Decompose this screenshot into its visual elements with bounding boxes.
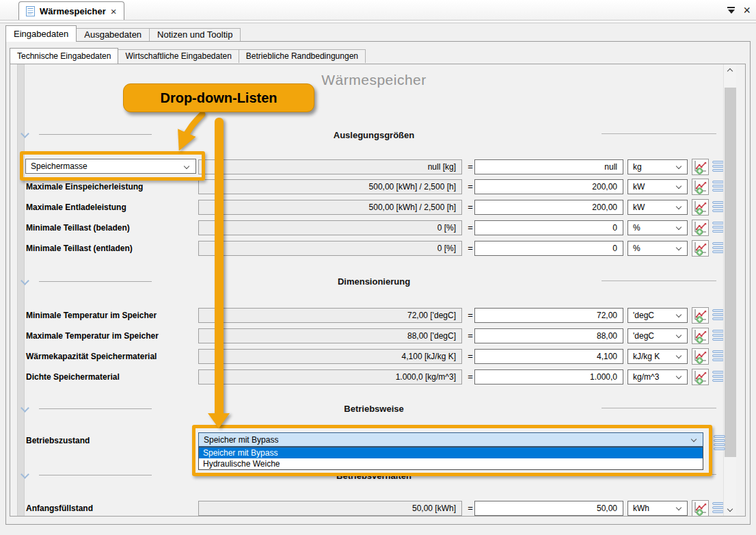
row-value-input[interactable]	[474, 241, 623, 256]
tab-technische-eingabedaten[interactable]: Technische Eingabedaten	[10, 48, 118, 64]
chart-add-icon[interactable]	[692, 179, 709, 195]
equals-sign: =	[466, 330, 474, 341]
chart-add-icon[interactable]	[692, 348, 709, 365]
list-lines-icon[interactable]	[712, 330, 724, 342]
document-tab[interactable]: Wärmespeicher ×	[18, 1, 124, 20]
combo-chevron-icon	[676, 164, 681, 169]
annotation-straight-arrow-icon	[208, 118, 230, 428]
speichermasse-dropdown[interactable]: Speichermasse	[25, 159, 196, 174]
row-expression-field: 4,100 [kJ/kg K]	[198, 349, 462, 364]
equals-sign: =	[466, 351, 474, 361]
row-label: Anfangsfüllstand	[26, 504, 93, 513]
document-icon	[26, 6, 35, 16]
window-close-icon[interactable]: ×	[743, 4, 751, 16]
section-title-betriebsweise: Betriebsweise	[26, 404, 722, 414]
annotation-callout: Drop-down-Listen	[123, 83, 314, 112]
equals-sign: =	[466, 202, 474, 212]
row-unit-select[interactable]: 'degC	[627, 328, 688, 343]
chart-add-icon[interactable]	[692, 220, 709, 236]
document-tab-close-icon[interactable]: ×	[111, 6, 117, 16]
list-lines-icon[interactable]	[712, 502, 724, 514]
row-value-input[interactable]	[474, 501, 623, 516]
form-row: Maximale Einspeicherleistung 500,00 [kWh…	[26, 179, 723, 194]
form-row: Maximale Entladeleistung 500,00 [kWh] / …	[26, 200, 723, 215]
row-value-input[interactable]	[474, 159, 623, 174]
row-expression-field: 0 [%]	[198, 220, 462, 235]
betriebszustand-label: Betriebszustand	[26, 436, 90, 445]
row-expression-field: 88,00 ['degC]	[198, 328, 462, 343]
dropdown-option-hydraulische-weiche[interactable]: Hydraulische Weiche	[199, 458, 703, 469]
list-lines-icon[interactable]	[712, 371, 724, 383]
form-row: Minimale Teillast (entladen) 0 [%] = %	[26, 241, 723, 256]
list-lines-icon[interactable]	[712, 181, 724, 193]
form-row: Wärmekapazität Speichermaterial 4,100 [k…	[26, 349, 723, 364]
chart-add-icon[interactable]	[692, 307, 709, 324]
row-value-input[interactable]	[474, 369, 623, 384]
row-unit-select[interactable]: kJ/kg K	[627, 349, 688, 364]
row-unit-select[interactable]: kWh	[627, 501, 688, 516]
section-title-auslegungsgroessen: Auslegungsgrößen	[26, 130, 722, 140]
tab-eingabedaten[interactable]: Eingabedaten	[5, 25, 77, 42]
annotation-curved-arrow-icon	[172, 111, 213, 153]
combo-chevron-icon	[676, 332, 681, 338]
row-label: Maximale Entladeleistung	[26, 203, 126, 212]
equals-sign: =	[466, 243, 474, 253]
chart-add-icon[interactable]	[692, 500, 709, 517]
betriebszustand-dropdown[interactable]: Speicher mit Bypass	[198, 432, 703, 447]
document-tab-bar: Wärmespeicher × ×	[0, 0, 756, 20]
tab-ausgabedaten[interactable]: Ausgabedaten	[76, 28, 150, 41]
tab-wirtschaftliche-eingabedaten[interactable]: Wirtschaftliche Eingabedaten	[118, 49, 239, 63]
combo-chevron-icon	[676, 224, 681, 230]
betriebszustand-dropdown-value: Speicher mit Bypass	[204, 435, 278, 445]
row-unit-select[interactable]: kW	[627, 179, 688, 194]
list-lines-icon[interactable]	[712, 161, 724, 173]
row-value-input[interactable]	[474, 220, 623, 235]
row-unit-select[interactable]: 'degC	[627, 308, 688, 323]
form-row: Anfangsfüllstand 50,00 [kWh] = kWh	[26, 501, 723, 516]
combo-chevron-icon	[676, 245, 681, 250]
window-menu-icon[interactable]	[727, 7, 735, 14]
secondary-tab-strip: Technische Eingabedaten Wirtschaftliche …	[10, 48, 366, 64]
dropdown-option-speicher-mit-bypass[interactable]: Speicher mit Bypass	[199, 447, 703, 458]
chart-add-icon[interactable]	[692, 159, 709, 175]
list-lines-icon[interactable]	[712, 201, 724, 213]
application-window: Wärmespeicher × × Eingabedaten Ausgabeda…	[0, 0, 756, 535]
row-value-input[interactable]	[474, 200, 623, 215]
equals-sign: =	[466, 310, 474, 320]
row-expression-field: 72,00 ['degC]	[198, 308, 462, 323]
form-row: Minimale Temperatur im Speicher 72,00 ['…	[26, 308, 723, 323]
chart-add-icon[interactable]	[692, 369, 709, 385]
list-lines-icon[interactable]	[712, 242, 724, 255]
combo-chevron-icon	[676, 353, 681, 358]
scroll-up-icon[interactable]	[724, 64, 737, 76]
row-unit-select[interactable]: %	[627, 241, 688, 256]
tab-notizen-und-tooltip[interactable]: Notizen und Tooltip	[149, 28, 241, 41]
tab-betriebliche-randbedingungen[interactable]: Betriebliche Randbedingungen	[239, 49, 366, 63]
list-lines-icon[interactable]	[712, 350, 724, 363]
document-tab-title: Wärmespeicher	[40, 6, 106, 16]
row-unit-select[interactable]: kg	[627, 159, 688, 174]
row-value-input[interactable]	[474, 328, 623, 343]
chart-add-icon[interactable]	[692, 328, 709, 344]
list-lines-icon[interactable]	[712, 309, 724, 322]
row-value-input[interactable]	[474, 308, 623, 323]
equals-sign: =	[466, 503, 474, 513]
row-unit-select[interactable]: %	[627, 220, 688, 235]
equals-sign: =	[466, 371, 474, 382]
scrollbar-thumb[interactable]	[725, 88, 736, 457]
scroll-down-icon[interactable]	[724, 504, 737, 516]
row-expression-field: 50,00 [kWh]	[198, 501, 462, 516]
chart-add-icon[interactable]	[692, 199, 709, 216]
form-row: Minimale Teillast (beladen) 0 [%] = %	[26, 220, 723, 235]
row-unit-select[interactable]: kg/m^3	[627, 369, 688, 384]
row-unit-select[interactable]: kW	[627, 200, 688, 215]
row-value-input[interactable]	[474, 179, 623, 194]
list-lines-icon[interactable]	[714, 435, 725, 452]
equals-sign: =	[466, 161, 474, 172]
row-value-input[interactable]	[474, 349, 623, 364]
row-expression-field: 500,00 [kWh] / 2,500 [h]	[198, 200, 462, 215]
section-title-dimensionierung: Dimensionierung	[26, 276, 722, 287]
list-lines-icon[interactable]	[712, 222, 724, 234]
row-label: Minimale Temperatur im Speicher	[26, 311, 157, 320]
chart-add-icon[interactable]	[692, 240, 709, 257]
